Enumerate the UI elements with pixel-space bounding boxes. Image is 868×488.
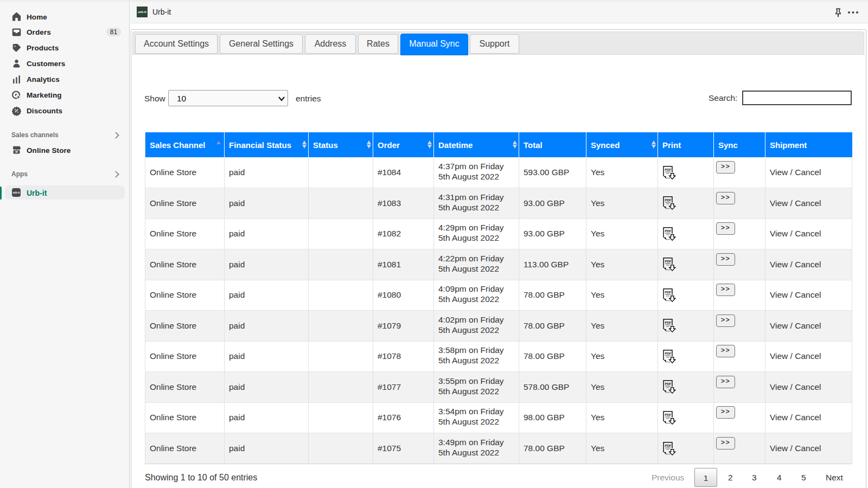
svg-text:PDF: PDF <box>665 198 672 202</box>
svg-text:PDF: PDF <box>665 413 672 416</box>
svg-text:PDF: PDF <box>665 444 672 447</box>
svg-text:PDF: PDF <box>665 382 672 386</box>
svg-text:PDF: PDF <box>665 260 672 263</box>
svg-text:PDF: PDF <box>665 321 672 324</box>
svg-text:PDF: PDF <box>665 290 672 293</box>
svg-text:PDF: PDF <box>665 229 672 232</box>
svg-text:PDF: PDF <box>665 351 672 355</box>
svg-text:PDF: PDF <box>665 168 672 171</box>
